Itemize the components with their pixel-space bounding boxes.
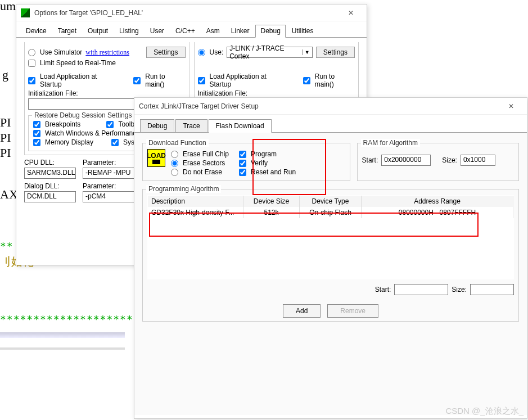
toolbox-check[interactable] (106, 121, 114, 128)
label: Size: (442, 156, 457, 164)
target-settings-button[interactable]: Settings (316, 47, 355, 58)
close-icon[interactable]: ✕ (500, 98, 522, 114)
col-description: Description (148, 196, 243, 207)
table-row[interactable]: GD32F30x High-density F... 512k On-chip … (148, 207, 513, 218)
erase-sectors-radio[interactable] (171, 160, 178, 167)
bg-divider (0, 332, 125, 338)
label: Verify (251, 159, 268, 167)
col-device-size: Device Size (243, 196, 300, 207)
cell-description: GD32F30x High-density F... (148, 207, 243, 218)
close-icon[interactable]: ✕ (340, 5, 362, 21)
tab-utilities[interactable]: Utilities (287, 25, 319, 37)
label: Run to main() (145, 73, 185, 88)
algo-start-input[interactable] (394, 284, 448, 295)
breakpoints-check[interactable] (33, 121, 40, 128)
bg-text: PI (0, 130, 11, 145)
label: Size: (452, 286, 467, 293)
tab-trace[interactable]: Trace (175, 119, 207, 132)
do-not-erase-radio[interactable] (171, 169, 178, 176)
tab-target[interactable]: Target (53, 25, 82, 37)
label: Dialog DLL: (24, 182, 76, 190)
with-restrictions-link[interactable]: with restrictions (85, 48, 129, 57)
label: Parameter: (83, 159, 137, 166)
label: Erase Full Chip (183, 150, 229, 158)
label: CPU DLL: (24, 159, 76, 166)
erase-full-radio[interactable] (171, 151, 178, 158)
chevron-down-icon: ▼ (303, 49, 310, 55)
combo-value: J-LINK / J-TRACE Cortex (229, 44, 303, 60)
init-file-input-left[interactable] (28, 98, 135, 110)
load-app-check-left[interactable] (28, 77, 35, 84)
dialog-param-input[interactable]: -pCM4 (83, 191, 137, 202)
load-app-check-right[interactable] (198, 77, 205, 84)
tab-flash-download[interactable]: Flash Download (209, 119, 272, 133)
label: Load Application at Startup (210, 73, 289, 88)
tab-listing[interactable]: Listing (114, 25, 144, 37)
jlink-setup-window: Cortex JLink/JTrace Target Driver Setup … (134, 97, 527, 419)
cpu-dll-input[interactable]: SARMCM3.DLL (24, 168, 76, 179)
label: Use: (210, 48, 224, 56)
debugger-combo[interactable]: J-LINK / J-TRACE Cortex▼ (227, 47, 312, 58)
table-header: Description Device Size Device Type Addr… (148, 196, 513, 207)
col-address-range: Address Range (362, 196, 513, 207)
label: Memory Display (45, 138, 93, 146)
limit-speed-check[interactable] (28, 60, 35, 67)
run-to-main-check-right[interactable] (303, 77, 310, 84)
tab-debug2[interactable]: Debug (140, 119, 174, 132)
label: Breakpoints (45, 120, 80, 128)
label: LOAD (147, 152, 166, 160)
ram-legend: RAM for Algorithm (361, 139, 420, 147)
add-button[interactable]: Add (283, 304, 321, 318)
run-to-main-check-left[interactable] (133, 77, 141, 84)
bg-text: ** (0, 240, 13, 252)
load-icon: LOAD (147, 149, 165, 167)
label: Reset and Run (251, 168, 296, 176)
cell-address-range: 08000000H - 0807FFFFH (362, 207, 513, 218)
tab-output[interactable]: Output (83, 25, 113, 37)
label: Load Application at Startup (40, 73, 119, 88)
cell-device-size: 512k (243, 207, 300, 218)
label: Run to main() (315, 73, 355, 88)
tab-user[interactable]: User (145, 25, 169, 37)
bg-text: PI (0, 146, 11, 160)
ram-start-input[interactable]: 0x20000000 (381, 155, 431, 166)
bg-text: PI (0, 115, 11, 130)
memory-check[interactable] (33, 139, 40, 146)
label: Watch Windows & Performance A (45, 129, 146, 137)
tab-ccpp[interactable]: C/C++ (170, 25, 200, 37)
system-check[interactable] (111, 139, 119, 146)
restore-legend: Restore Debug Session Settings (32, 111, 134, 119)
label: Start: (362, 156, 378, 164)
titlebar: Options for Target 'GPIO_LED_HAL' ✕ (16, 4, 367, 21)
cpu-param-input[interactable]: -REMAP -MPU (83, 168, 137, 179)
use-target-radio[interactable] (198, 49, 205, 56)
label: Start: (375, 286, 391, 293)
reset-run-check[interactable] (239, 169, 246, 176)
label: Initialization File: (198, 89, 355, 97)
verify-check[interactable] (239, 160, 246, 167)
label: Use Simulator (40, 48, 82, 56)
sim-settings-button[interactable]: Settings (146, 47, 185, 58)
tab-debug[interactable]: Debug (255, 25, 285, 38)
remove-button[interactable]: Remove (327, 304, 378, 318)
algo-table: Description Device Size Device Type Addr… (147, 195, 514, 279)
tab-asm[interactable]: Asm (201, 25, 225, 37)
tab-linker[interactable]: Linker (226, 25, 255, 37)
algo-legend: Programming Algorithm (146, 185, 221, 193)
cell-device-type: On-chip Flash (300, 207, 362, 218)
ram-size-input[interactable]: 0x1000 (461, 155, 495, 166)
dialog-dll-input[interactable]: DCM.DLL (24, 191, 76, 202)
window-title: Cortex JLink/JTrace Target Driver Setup (139, 102, 500, 110)
watch-check[interactable] (33, 130, 40, 137)
algo-size-input[interactable] (470, 284, 514, 295)
program-check[interactable] (239, 151, 246, 158)
col-device-type: Device Type (300, 196, 362, 207)
titlebar: Cortex JLink/JTrace Target Driver Setup … (134, 98, 527, 115)
use-simulator-radio[interactable] (28, 49, 35, 56)
tab-device[interactable]: Device (21, 25, 52, 37)
label: Parameter: (83, 182, 137, 190)
bg-text: ********************* (0, 313, 140, 325)
label: Erase Sectors (183, 159, 225, 167)
bg-text: AX (0, 187, 18, 202)
window-title: Options for Target 'GPIO_LED_HAL' (34, 9, 340, 17)
